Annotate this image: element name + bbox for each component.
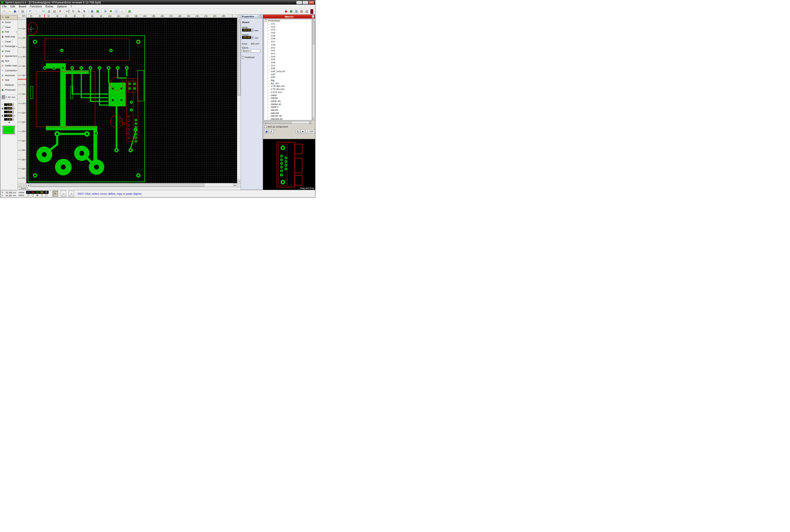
tool-rectangle[interactable]: ▭Rectangle▾ [0, 44, 18, 49]
save-macro-button[interactable]: ▣ [264, 129, 269, 133]
tool-solder-mask[interactable]: ◎Solder mask [0, 63, 18, 68]
autoroute-button[interactable]: ✱ [108, 9, 113, 14]
horizontal-scrollbar[interactable]: ◀ ▶ [26, 183, 237, 187]
macro-item-1x5[interactable]: 1X5 [264, 34, 312, 37]
multilayer-checkbox[interactable] [242, 56, 244, 58]
properties-header[interactable]: Properties × [241, 15, 262, 18]
macro-item-1x8[interactable]: 1X8 [264, 43, 312, 46]
macro-item-db9f[interactable]: DB9F [264, 94, 312, 97]
menu-edit[interactable]: Edit [8, 5, 17, 8]
layer-c2-radio[interactable] [35, 194, 40, 196]
layer-c2-button[interactable]: C2 [35, 191, 40, 194]
quick-view-3-button[interactable]: ▧ [299, 9, 304, 14]
layer-s1-radio[interactable] [31, 194, 35, 196]
mirror-horizontal-button[interactable]: ⇆ [76, 9, 81, 14]
panel-toggle-button[interactable] [311, 9, 313, 14]
multilayer-row[interactable]: Multilayer [242, 56, 255, 59]
properties-close-icon[interactable]: × [259, 15, 262, 18]
tool-autoroute[interactable]: AAutoroute [0, 73, 18, 78]
layer-c1-radio[interactable] [26, 194, 31, 196]
menu-extras[interactable]: Extras [44, 5, 55, 8]
tool-photoview[interactable]: ▣Photoview [0, 87, 18, 92]
color-swatch[interactable] [2, 126, 15, 134]
tool-pad[interactable]: ◉Pad▾ [0, 30, 18, 34]
macro-item-db15f[interactable]: DB15F [264, 109, 312, 112]
tool-circle[interactable]: ○Circle [0, 39, 18, 44]
macro-preview[interactable]: Drag and Drop [263, 139, 315, 190]
pad-outer-field[interactable]: 5,00 [4, 107, 12, 110]
tool-smd-pad[interactable]: ▮SMD-Pad [0, 34, 18, 39]
pad-drill-field[interactable]: 1,00 [4, 111, 12, 113]
macro-group-root[interactable]: −РАЗЬЕМЫ [264, 19, 312, 22]
menu-help[interactable]: ? [69, 5, 74, 8]
rotate-macro-button[interactable]: ↻ [296, 129, 300, 133]
component-button[interactable]: ▦ [127, 9, 132, 14]
macro-item-14p[interactable]: 14P [264, 73, 312, 76]
smd-width-spinner[interactable] [12, 114, 14, 117]
cut-button[interactable]: ✂ [41, 9, 46, 14]
menu-options[interactable]: Options [55, 5, 69, 8]
macro-item-db15f-90[interactable]: DB15F-90 [264, 115, 312, 118]
swap-values-button[interactable]: ⇄ [1, 121, 18, 124]
width-field[interactable]: 300.00 [242, 28, 251, 32]
macro-item-db9f-90[interactable]: DB9F-90 [264, 100, 312, 103]
macro-item-1x3[interactable]: 1X3 [264, 28, 312, 31]
copy-button[interactable]: ▥ [47, 9, 52, 14]
tool-zoom[interactable]: ⊕Zoom [0, 20, 18, 25]
tool-track[interactable]: ╱Track [0, 24, 18, 30]
macro-item-bu-ks[interactable]: BU_KS [264, 82, 312, 85]
macro-item-2x7[interactable]: 2X7 [264, 64, 312, 67]
open-button[interactable]: ▱ [7, 9, 12, 14]
macro-item-2x1[interactable]: 2X1 [264, 46, 312, 49]
collapse-icon[interactable]: − [265, 20, 267, 22]
pcb-canvas[interactable] [26, 18, 237, 183]
macro-item-2x2[interactable]: 2X2 [264, 49, 312, 52]
track-width-field[interactable]: 1,00 [4, 103, 12, 106]
height-field[interactable]: 200.00 [242, 36, 251, 39]
macro-item-db15m-90[interactable]: DB15M-90 [264, 118, 312, 120]
macro-item-1x2[interactable]: 1X2 [264, 25, 312, 28]
board-tab[interactable]: Board 1 [19, 187, 32, 190]
tool-edit[interactable]: ↖Edit [0, 15, 18, 20]
macro-item-1x6[interactable]: 1X6 [264, 37, 312, 40]
macro-item-ctp1-101[interactable]: CTP1-101 [264, 91, 312, 94]
macro-item-1x7[interactable]: 1X7 [264, 40, 312, 43]
macro-item-2x5[interactable]: 2X5 [264, 58, 312, 61]
grid-settings-button[interactable]: ☼ [60, 191, 66, 196]
layer-o-button[interactable]: O [44, 191, 49, 194]
macro-item-2x6[interactable]: 2X6 [264, 61, 312, 64]
maximize-button[interactable]: □ [302, 1, 308, 4]
tool-special-form[interactable]: ★Special form [0, 54, 18, 59]
delete-button[interactable]: ✗ [57, 9, 63, 14]
undo-button[interactable]: ↶ [27, 9, 33, 14]
info-button[interactable]: ⓘ [114, 9, 119, 14]
layer-c1-button[interactable]: C1 [26, 191, 31, 194]
quick-view-1-button[interactable]: ▩ [289, 9, 294, 14]
layer-o-radio[interactable] [44, 194, 49, 196]
macro-item-db9m[interactable]: DB9M [264, 97, 312, 100]
horizontal-scroll-thumb[interactable] [31, 184, 204, 187]
macro-item-db9m-90[interactable]: DB9M-90 [264, 102, 312, 106]
menu-file[interactable]: File [0, 5, 8, 8]
macro-item-2x3[interactable]: 2X3 [264, 52, 312, 55]
board-name-input[interactable] [242, 49, 260, 53]
snap-grid-button[interactable]: ▩ [95, 9, 100, 14]
quick-view-4-button[interactable]: ▨ [304, 9, 309, 14]
tree-hscroll-thumb[interactable] [267, 122, 292, 124]
layer-dot-button[interactable]: ● [301, 129, 305, 133]
height-spinner[interactable] [252, 36, 254, 39]
clean-button[interactable]: ○ [69, 191, 74, 196]
smd-height-spinner[interactable] [12, 118, 14, 121]
macro-item-ctp-bv-031[interactable]: CTP-BV-031 [264, 88, 312, 91]
tool-text[interactable]: abText [0, 58, 18, 63]
paste-button[interactable]: ▤ [52, 9, 57, 14]
layer-s2-button[interactable]: S2 [40, 191, 44, 194]
delete-macro-button[interactable]: ✗ [269, 129, 274, 133]
top-side-button[interactable]: ↥ TOP [306, 129, 315, 133]
tree-vscroll-thumb[interactable] [313, 23, 315, 44]
macro-item-2x8[interactable]: 2X8 [264, 67, 312, 70]
print-button[interactable]: ▤ [20, 9, 25, 14]
vertical-scroll-thumb[interactable] [238, 22, 241, 96]
macro-item-big[interactable]: Big [264, 79, 312, 82]
macro-tree-hscrollbar[interactable]: ◀ ▶ [264, 121, 312, 124]
